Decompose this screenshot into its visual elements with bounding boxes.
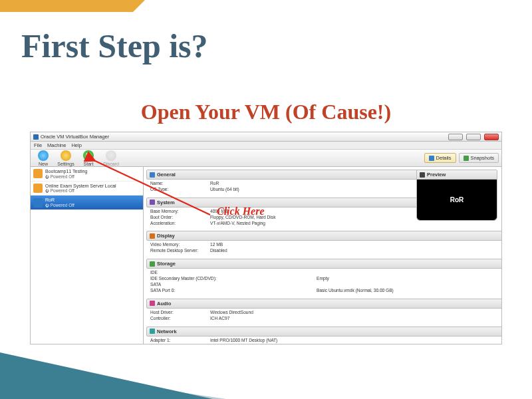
app-logo-icon <box>33 134 39 140</box>
slide-decoration <box>0 352 213 399</box>
settings-button[interactable]: Settings <box>56 150 76 166</box>
network-icon <box>150 329 155 334</box>
discard-button[interactable]: Discard <box>101 150 121 166</box>
start-button[interactable]: Start <box>78 150 98 166</box>
storage-icon <box>150 261 155 267</box>
new-button[interactable]: New <box>33 150 53 166</box>
vm-list-item[interactable]: Bootcamp11 TestingPowered Off <box>31 167 143 182</box>
section-header: Preview <box>427 172 446 178</box>
slide-subtitle: Open Your VM (Of Cause!) <box>0 100 532 124</box>
section-header: Audio <box>157 301 171 307</box>
vm-icon <box>33 169 43 178</box>
minimize-button[interactable] <box>448 134 463 140</box>
new-icon <box>38 150 49 161</box>
vm-list: Bootcamp11 TestingPowered Off Online Exa… <box>31 167 144 344</box>
preview-icon <box>420 172 425 178</box>
menu-help[interactable]: Help <box>71 142 81 148</box>
start-arrow-icon <box>83 150 94 161</box>
menu-file[interactable]: File <box>34 142 42 148</box>
vm-list-item-selected[interactable]: RoRPowered Off <box>31 196 143 210</box>
audio-icon <box>150 301 155 306</box>
general-icon <box>150 172 155 178</box>
window-title: Oracle VM VirtualBox Manager <box>41 134 445 140</box>
snapshots-icon <box>464 156 469 161</box>
section-header: Storage <box>157 261 176 267</box>
system-icon <box>150 200 155 205</box>
snapshots-button[interactable]: Snapshots <box>459 153 499 163</box>
section-header: Display <box>157 233 175 239</box>
section-header: Network <box>157 329 177 334</box>
callout-label: Click Here <box>217 205 265 217</box>
title-bar: Oracle VM VirtualBox Manager <box>31 132 501 142</box>
details-panel: Preview RoR General Name:RoR OS Type:Ubu… <box>144 167 501 344</box>
menu-machine[interactable]: Machine <box>47 142 66 148</box>
toolbar: New Settings Start Discard Details Snaps… <box>31 150 501 167</box>
maximize-button[interactable] <box>466 134 481 140</box>
vm-icon <box>33 184 43 193</box>
vm-icon <box>33 198 43 207</box>
section-header: General <box>157 172 176 178</box>
section-audio: Audio Host Driver:Windows DirectSound Co… <box>146 299 501 325</box>
details-icon <box>429 156 434 161</box>
slide-title: First Step is? <box>21 27 208 65</box>
gear-icon <box>61 150 71 161</box>
preview-thumbnail[interactable]: RoR <box>416 180 497 221</box>
preview-panel: Preview RoR <box>416 170 497 221</box>
display-icon <box>150 233 155 239</box>
section-network: Network Adapter 1:Intel PRO/1000 MT Desk… <box>146 327 501 344</box>
close-button[interactable] <box>484 134 499 140</box>
section-display: Display Video Memory:12 MB Remote Deskto… <box>146 231 501 257</box>
slide-accent <box>0 0 133 12</box>
section-system: System Base Memory:4096 MB Boot Order:Fl… <box>146 198 426 229</box>
vm-list-item[interactable]: Online Exam System Server LocalPowered O… <box>31 182 143 196</box>
menu-bar: File Machine Help <box>31 142 501 150</box>
section-storage: Storage IDE IDE Secondary Master (CD/DVD… <box>146 259 501 297</box>
virtualbox-window: Oracle VM VirtualBox Manager File Machin… <box>30 132 502 344</box>
discard-icon <box>106 150 116 161</box>
section-general: General Name:RoR OS Type:Ubuntu (64 bit) <box>146 170 426 196</box>
section-header: System <box>157 200 175 205</box>
details-button[interactable]: Details <box>424 153 456 163</box>
